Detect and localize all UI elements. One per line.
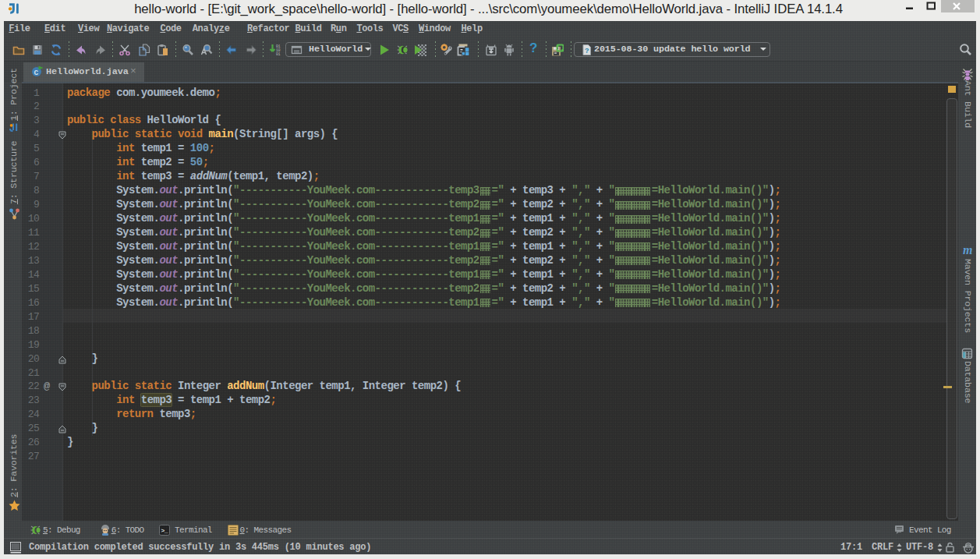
svg-text:?: ? [585,47,589,55]
svg-text:01: 01 [276,52,281,56]
svg-text:>_: >_ [161,527,168,534]
svg-text:C: C [34,69,39,77]
